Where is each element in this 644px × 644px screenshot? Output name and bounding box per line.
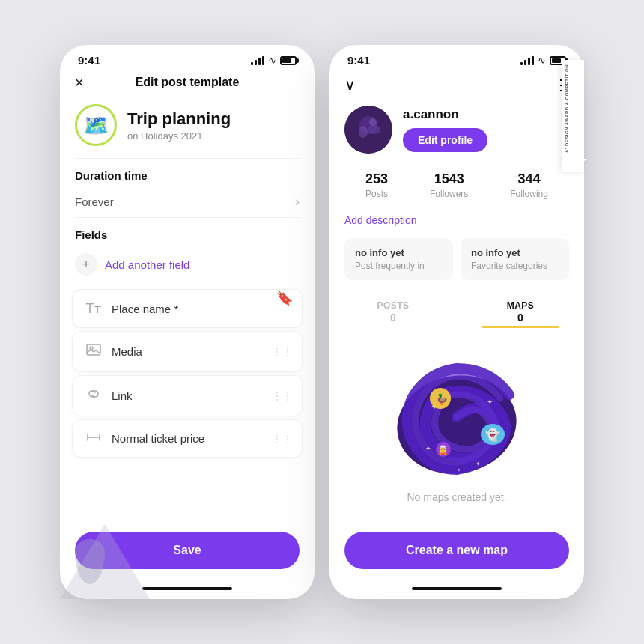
info-card-fav: no info yet Favorite categories: [461, 238, 569, 280]
status-icons-2: ∿: [520, 55, 566, 66]
back-chevron-icon[interactable]: ∨: [344, 76, 356, 94]
field-card-place[interactable]: Tᴛ Place name * 🔖: [72, 289, 303, 328]
spiral-illustration: ✦ ✦ ✦ ✦ ✦ ✦ 🦆 👻 🧝: [389, 353, 524, 481]
status-time-1: 9:41: [78, 54, 100, 67]
stat-followers: 1543 Followers: [430, 171, 468, 199]
stats-row: 253 Posts 1543 Followers 344 Following: [329, 165, 584, 211]
tab-maps-count: 0: [457, 312, 584, 323]
create-map-button[interactable]: Create a new map: [344, 532, 569, 569]
duration-row[interactable]: Forever ›: [60, 186, 315, 217]
award-text: A' DESIGN AWARD & COMPETITION: [565, 64, 571, 153]
drag-handle-icon: ⋮⋮: [272, 346, 293, 358]
add-description-link[interactable]: Add description: [329, 211, 584, 235]
header-title: Edit post template: [136, 76, 240, 89]
field-name-place: Place name *: [112, 303, 178, 315]
avatar: [344, 106, 392, 154]
tab-posts-count: 0: [329, 312, 457, 323]
bottom-indicator-2: [412, 587, 502, 590]
drag-handle-icon-2: ⋮⋮: [272, 390, 293, 402]
screen1-phone: 9:41 ∿ × Edit post template 🗺️: [60, 45, 315, 599]
media-field-icon: [85, 342, 103, 361]
chevron-right-icon: ›: [295, 194, 300, 210]
info-card-post-title: no info yet: [355, 247, 443, 258]
award-badge: A' DESIGN AWARD & COMPETITION: [562, 60, 584, 172]
tab-maps[interactable]: MAPS 0: [457, 291, 584, 328]
stat-followers-num: 1543: [430, 171, 468, 187]
status-bar-1: 9:41 ∿: [60, 45, 315, 73]
tab-maps-label: MAPS: [507, 300, 535, 311]
fields-section: Fields + Add another field Tᴛ Place name…: [60, 218, 315, 581]
info-card-fav-sub: Favorite categories: [471, 261, 559, 271]
field-card-media[interactable]: Media ⋮⋮: [72, 331, 303, 372]
svg-point-7: [359, 126, 368, 138]
wifi-icon-2: ∿: [538, 55, 546, 66]
duration-value: Forever: [75, 195, 114, 208]
battery-icon-1: [280, 56, 297, 65]
app-name: Trip planning: [127, 109, 231, 129]
stat-posts-label: Posts: [365, 189, 388, 199]
duration-label: Duration time: [60, 159, 315, 186]
tab-posts[interactable]: POSTS 0: [329, 291, 457, 328]
svg-text:✦: ✦: [476, 461, 481, 467]
add-field-plus-icon[interactable]: +: [75, 253, 97, 276]
app-subtitle: on Holidays 2021: [127, 130, 231, 142]
tab-posts-label: POSTS: [377, 300, 409, 311]
svg-text:👻: 👻: [485, 428, 500, 442]
avatar-image: [344, 106, 392, 154]
field-name-price: Normal ticket price: [112, 432, 204, 445]
svg-text:🦆: 🦆: [435, 393, 449, 406]
stat-followers-label: Followers: [430, 189, 468, 199]
profile-section: a.cannon Edit profile: [329, 103, 584, 165]
no-maps-text: No maps created yet.: [407, 491, 506, 503]
info-card-post: no info yet Post frequently in: [344, 238, 453, 280]
signal-icon-2: [520, 56, 534, 65]
svg-point-8: [368, 125, 380, 134]
svg-rect-0: [87, 344, 100, 355]
signal-icon-1: [251, 56, 264, 65]
add-field-row[interactable]: + Add another field: [60, 246, 315, 286]
svg-point-9: [369, 118, 377, 126]
username: a.cannon: [403, 107, 487, 122]
create-btn-wrap: Create a new map: [344, 532, 569, 569]
link-field-icon: [85, 386, 103, 405]
status-bar-2: 9:41 ∿: [329, 45, 584, 73]
app-icon-wrap: 🗺️: [75, 104, 117, 146]
status-time-2: 9:41: [347, 54, 370, 67]
field-card-link[interactable]: Link ⋮⋮: [72, 375, 303, 416]
save-button[interactable]: Save: [75, 532, 300, 569]
screen2-nav: ∨ ⋮: [329, 73, 584, 103]
tab-underline: [482, 326, 559, 328]
save-btn-wrap: Save: [75, 532, 300, 569]
text-field-icon: Tᴛ: [85, 300, 103, 317]
bookmark-icon: 🔖: [276, 290, 293, 306]
stat-following: 344 Following: [510, 171, 548, 199]
svg-text:🧝: 🧝: [437, 444, 449, 455]
svg-text:✦: ✦: [487, 398, 493, 406]
svg-text:✦: ✦: [457, 467, 461, 473]
field-name-media: Media: [112, 345, 142, 358]
app-text: Trip planning on Holidays 2021: [127, 109, 231, 142]
add-field-label: Add another field: [105, 258, 189, 271]
award-triangle: [565, 159, 587, 168]
info-cards: no info yet Post frequently in no info y…: [329, 235, 584, 291]
profile-info: a.cannon Edit profile: [403, 107, 487, 152]
bottom-indicator-1: [142, 587, 232, 590]
stat-following-num: 344: [510, 171, 548, 187]
status-icons-1: ∿: [251, 55, 297, 66]
price-field-icon: [85, 431, 103, 446]
screen1-header: × Edit post template: [60, 73, 315, 98]
stat-following-label: Following: [510, 189, 548, 199]
app-info: 🗺️ Trip planning on Holidays 2021: [60, 98, 315, 158]
stat-posts: 253 Posts: [365, 171, 388, 199]
drag-handle-icon-3: ⋮⋮: [272, 433, 293, 445]
close-button[interactable]: ×: [75, 74, 84, 91]
field-card-price[interactable]: Normal ticket price ⋮⋮: [72, 419, 303, 458]
stat-posts-num: 253: [365, 171, 388, 187]
info-card-post-sub: Post frequently in: [355, 261, 443, 271]
fields-label: Fields: [60, 218, 315, 246]
app-icon: 🗺️: [83, 113, 109, 138]
edit-profile-button[interactable]: Edit profile: [403, 128, 487, 152]
svg-text:✦: ✦: [425, 445, 431, 452]
wifi-icon-1: ∿: [268, 55, 276, 66]
info-card-fav-title: no info yet: [471, 247, 559, 258]
